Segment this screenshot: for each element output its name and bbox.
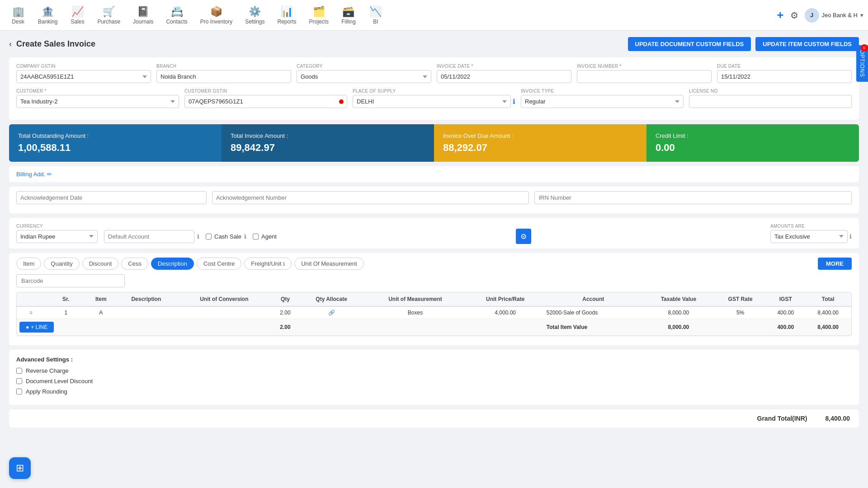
place-of-supply-select[interactable]: DELHI [353, 95, 511, 108]
nav-item-projects[interactable]: 🗂️ Projects [303, 2, 335, 28]
totals-empty-2 [115, 319, 177, 336]
nav-item-purchase[interactable]: 🛒 Purchase [91, 2, 127, 28]
totals-taxable-value: 8,000.00 [643, 319, 714, 336]
category-select[interactable]: Goods [297, 70, 431, 83]
update-item-fields-button[interactable]: UPDATE ITEM CUSTOM FIELDS [755, 37, 859, 51]
nav-item-desk[interactable]: 🏢 Desk [5, 2, 32, 28]
cash-sale-info-icon[interactable]: ℹ [244, 233, 246, 240]
nav-item-reports[interactable]: 📊 Reports [271, 2, 303, 28]
default-account-input[interactable] [104, 230, 194, 243]
pro-inventory-icon: 📦 [210, 6, 222, 18]
overdue-value: 88,292.07 [443, 142, 637, 154]
due-date-label: Due Date [717, 64, 852, 69]
invoice-date-input[interactable] [437, 70, 571, 83]
company-gstin-select[interactable]: 24AABCA5951E1Z1 [16, 70, 151, 83]
nav-item-sales[interactable]: 📈 Sales [64, 2, 91, 28]
billing-add-link[interactable]: Billing Add. ✏ [16, 171, 852, 178]
settings-gear-icon[interactable]: ⚙ [790, 10, 798, 21]
totals-empty-6 [467, 319, 544, 336]
edit-icon[interactable]: ✏ [47, 171, 52, 178]
place-of-supply-info-icon[interactable]: ℹ [513, 98, 515, 106]
tab-freight-unit[interactable]: Freight/Unit ℹ [244, 258, 292, 270]
doc-level-discount-checkbox[interactable] [16, 378, 22, 384]
due-date-group: Due Date [717, 64, 852, 83]
default-account-info-icon[interactable]: ℹ [197, 233, 199, 240]
tab-cost-centre[interactable]: Cost Centre [197, 258, 241, 270]
options-tab[interactable]: 0 OPTIONS [856, 45, 868, 82]
row-unit-price[interactable]: 4,000.00 [467, 306, 544, 319]
customer-gstin-input[interactable] [184, 95, 347, 108]
license-no-label: License No [689, 89, 852, 94]
apply-rounding-checkbox[interactable] [16, 389, 22, 394]
page-title: Create Sales Invoice [16, 39, 95, 49]
tab-item[interactable]: Item [16, 258, 41, 270]
nav-item-settings[interactable]: ⚙️ Settings [239, 2, 271, 28]
irn-number-input[interactable] [534, 191, 852, 204]
row-qty[interactable]: 2.00 [271, 306, 299, 319]
amounts-info-icon[interactable]: ℹ [849, 233, 852, 240]
customer-label: Customer * [16, 89, 179, 94]
default-account-group: ℹ [104, 230, 199, 243]
amounts-are-label: Amounts are [770, 224, 852, 229]
drag-handle[interactable]: ≡ [17, 306, 45, 319]
tab-quantity[interactable]: Quantity [44, 258, 79, 270]
contacts-label: Contacts [166, 19, 187, 25]
doc-level-discount-row: Document Level Discount [16, 378, 852, 385]
branch-group: Branch [156, 64, 291, 83]
tab-cess[interactable]: Cess [121, 258, 148, 270]
bi-label: BI [373, 19, 378, 25]
acknowledgement-section [9, 187, 859, 213]
cash-sale-checkbox[interactable] [206, 234, 212, 239]
customer-select[interactable]: Tea Industry-2 [16, 95, 179, 108]
nav-item-pro-inventory[interactable]: 📦 Pro Inventory [194, 2, 239, 28]
currency-group: Currency Indian Rupee [16, 224, 98, 243]
banking-label: Banking [38, 19, 57, 25]
company-gstin-group: Company GSTIN 24AABCA5951E1Z1 [16, 64, 151, 83]
tab-description[interactable]: Description [151, 258, 194, 270]
row-qty-allocate[interactable]: 🔗 [299, 306, 364, 319]
row-unit-measurement: Boxes [363, 306, 467, 319]
row-item[interactable]: A [86, 306, 115, 319]
row-account[interactable]: 52000-Sale of Goods [544, 306, 643, 319]
nav-item-journals[interactable]: 📓 Journals [127, 2, 160, 28]
error-dot-icon [339, 99, 344, 104]
agent-checkbox[interactable] [253, 234, 259, 239]
banking-icon: 🏦 [42, 6, 54, 18]
branch-input[interactable] [156, 70, 291, 83]
invoice-type-select[interactable]: Regular [521, 95, 684, 108]
update-doc-fields-button[interactable]: UPDATE DOCUMENT CUSTOM FIELDS [628, 37, 751, 51]
row-description[interactable] [115, 306, 177, 319]
invoice-number-input[interactable] [577, 70, 712, 83]
user-menu[interactable]: J Jeo Bank & H ▾ [805, 8, 864, 23]
more-button[interactable]: MORE [818, 258, 852, 270]
add-line-button[interactable]: ● + LINE [19, 322, 54, 333]
nav-item-banking[interactable]: 🏦 Banking [32, 2, 64, 28]
th-taxable-value: Taxable Value [643, 292, 714, 306]
due-date-input[interactable] [717, 70, 852, 83]
tab-unit-of-measurement[interactable]: Unit Of Measurement [294, 258, 364, 270]
license-no-input[interactable] [689, 95, 852, 108]
grand-total-label: Grand Total(INR) [757, 415, 807, 422]
nav-item-contacts[interactable]: 📇 Contacts [160, 2, 193, 28]
gear-settings-button[interactable]: ⚙ [516, 229, 531, 244]
row-gst-rate[interactable]: 5% [714, 306, 766, 319]
ack-number-group [212, 191, 529, 204]
amounts-are-group: Amounts are Tax Exclusive ℹ [770, 224, 852, 243]
amounts-are-select[interactable]: Tax Exclusive [770, 230, 848, 243]
tab-discount[interactable]: Discount [82, 258, 119, 270]
items-table: Sr. Item Description Unit of Conversion … [17, 292, 851, 336]
currency-select[interactable]: Indian Rupee [16, 230, 98, 243]
barcode-input[interactable] [16, 274, 125, 287]
apply-rounding-row: Apply Rounding [16, 388, 852, 395]
row-unit-conversion[interactable] [177, 306, 271, 319]
page-header: ‹ Create Sales Invoice UPDATE DOCUMENT C… [9, 37, 859, 51]
nav-item-bi[interactable]: 📉 BI [362, 2, 389, 28]
ack-number-input[interactable] [212, 191, 529, 204]
add-button[interactable]: + [777, 8, 783, 22]
overdue-card: Invoice Over Due Amount : 88,292.07 [434, 124, 646, 162]
reverse-charge-checkbox[interactable] [16, 368, 22, 374]
ack-date-input[interactable] [16, 191, 207, 204]
qty-allocate-link-icon[interactable]: 🔗 [328, 310, 335, 316]
nav-item-filling[interactable]: 🗃️ Filling [335, 2, 362, 28]
back-button[interactable]: ‹ [9, 39, 12, 49]
